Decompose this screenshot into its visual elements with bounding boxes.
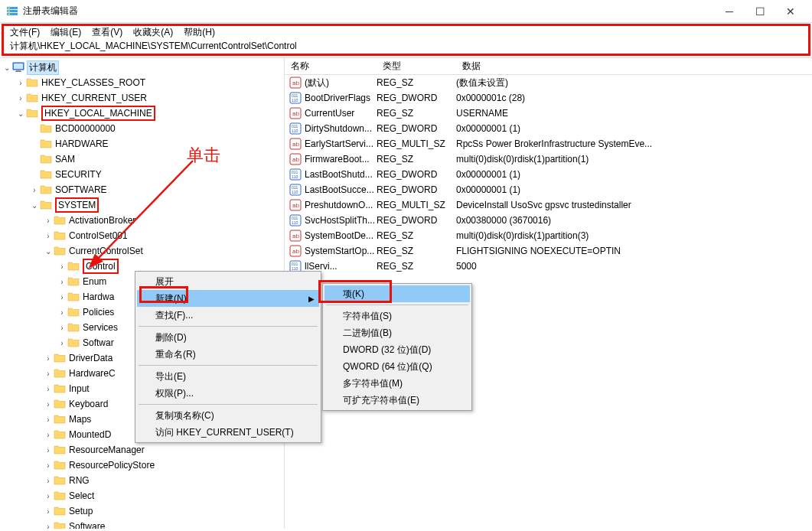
svg-text:ab: ab (292, 80, 299, 86)
chevron-right-icon[interactable]: › (43, 385, 54, 393)
folder-icon (54, 444, 66, 456)
address-bar[interactable]: 计算机\HKEY_LOCAL_MACHINE\SYSTEM\CurrentCon… (2, 39, 810, 56)
chevron-right-icon[interactable]: › (43, 461, 54, 470)
list-row[interactable]: abFirmwareBoot...REG_SZmulti(0)disk(0)rd… (285, 151, 812, 167)
chevron-right-icon[interactable]: › (43, 354, 54, 363)
menu-help[interactable]: 帮助(H) (184, 26, 215, 39)
tree-item[interactable]: ›ActivationBroker (0, 213, 284, 228)
header-name[interactable]: 名称 (285, 60, 377, 73)
chevron-right-icon[interactable]: › (43, 370, 54, 378)
tree-item[interactable]: ›HARDWARE (0, 136, 284, 151)
menu-item[interactable]: 访问 HKEY_CURRENT_USER(T) (137, 424, 319, 441)
header-data[interactable]: 数据 (456, 60, 812, 73)
tree-item[interactable]: ⌄SYSTEM (0, 197, 284, 213)
chevron-down-icon[interactable]: ⌄ (15, 109, 26, 118)
menu-item[interactable]: 权限(P)... (137, 385, 319, 402)
menu-item[interactable]: 查找(F)... (137, 307, 319, 324)
tree-item[interactable]: ›ResourceManager (0, 442, 284, 458)
tree-item[interactable]: ›HKEY_CLASSES_ROOT (0, 75, 284, 90)
chevron-right-icon[interactable]: › (43, 431, 54, 439)
chevron-right-icon[interactable]: › (57, 262, 67, 271)
list-row[interactable]: 011110DirtyShutdown...REG_DWORD0x0000000… (285, 121, 812, 136)
list-row[interactable]: 011110llServi...REG_SZ5000 (285, 259, 812, 274)
folder-icon (54, 214, 66, 226)
menu-item-label: 访问 HKEY_CURRENT_USER(T) (155, 426, 294, 439)
close-button[interactable]: ✕ (775, 0, 806, 23)
menu-item[interactable]: 重命名(R) (137, 346, 319, 363)
menu-item[interactable]: QWORD (64 位)值(Q) (324, 358, 470, 375)
menu-edit[interactable]: 编辑(E) (51, 26, 81, 39)
chevron-right-icon[interactable]: › (15, 94, 26, 103)
tree-item-label: HardwareC (69, 368, 116, 379)
tree-item[interactable]: ›Software (0, 519, 284, 529)
tree-item[interactable]: ⌄计算机 (0, 60, 284, 75)
menu-file[interactable]: 文件(F) (10, 26, 40, 39)
menu-item[interactable]: 展开 (137, 273, 319, 290)
value-data: multi(0)disk(0)rdisk(1)partition(1) (456, 154, 812, 165)
tree-item[interactable]: ›Setup (0, 503, 284, 519)
list-row[interactable]: abCurrentUserREG_SZUSERNAME (285, 106, 812, 121)
chevron-right-icon[interactable]: › (43, 477, 54, 485)
tree-item[interactable]: ›SECURITY (0, 167, 284, 182)
chevron-down-icon[interactable]: ⌄ (2, 64, 12, 72)
list-row[interactable]: abSystemStartOp...REG_SZ FLIGHTSIGNING N… (285, 243, 812, 259)
tree-item[interactable]: ›ControlSet001 (0, 228, 284, 243)
chevron-right-icon[interactable]: › (43, 400, 54, 409)
menu-item[interactable]: 多字符串值(M) (324, 375, 470, 392)
menu-item[interactable]: 导出(E) (137, 368, 319, 385)
menu-item[interactable]: DWORD (32 位)值(D) (324, 341, 470, 358)
menu-item[interactable]: 复制项名称(C) (137, 407, 319, 424)
context-menu[interactable]: 展开新建(N)▶查找(F)...删除(D)重命名(R)导出(E)权限(P)...… (135, 271, 321, 443)
tree-item[interactable]: ›Select (0, 488, 284, 503)
menu-view[interactable]: 查看(V) (92, 26, 122, 39)
chevron-right-icon[interactable]: › (29, 186, 40, 194)
menu-item[interactable]: 项(K) (324, 285, 470, 302)
tree-item[interactable]: ›RNG (0, 473, 284, 488)
tree-item[interactable]: ›SOFTWARE (0, 182, 284, 197)
maximize-button[interactable]: ☐ (745, 0, 775, 23)
list-row[interactable]: ab(默认)REG_SZ(数值未设置) (285, 75, 812, 90)
chevron-right-icon[interactable]: › (57, 278, 67, 286)
menu-favorites[interactable]: 收藏夹(A) (133, 26, 173, 39)
list-row[interactable]: abEarlyStartServi...REG_MULTI_SZRpcSs Po… (285, 136, 812, 151)
tree-item[interactable]: ›BCD00000000 (0, 121, 284, 136)
menu-item[interactable]: 二进制值(B) (324, 324, 470, 341)
list-body[interactable]: ab(默认)REG_SZ(数值未设置)011110BootDriverFlags… (285, 75, 812, 274)
chevron-right-icon[interactable]: › (43, 446, 54, 454)
header-type[interactable]: 类型 (377, 60, 456, 73)
chevron-right-icon[interactable]: › (57, 293, 67, 301)
list-row[interactable]: abSystemBootDe...REG_SZmulti(0)disk(0)rd… (285, 228, 812, 243)
tree-item[interactable]: ›HKEY_CURRENT_USER (0, 90, 284, 106)
chevron-right-icon[interactable]: › (57, 324, 67, 332)
list-row[interactable]: 011110LastBootShutd...REG_DWORD0x0000000… (285, 167, 812, 182)
menu-item-label: 重命名(R) (155, 348, 196, 361)
chevron-right-icon[interactable]: › (57, 339, 67, 347)
minimize-button[interactable]: ─ (714, 0, 745, 23)
context-submenu[interactable]: 项(K)字符串值(S)二进制值(B)DWORD (32 位)值(D)QWORD … (322, 283, 472, 411)
tree-item[interactable]: ⌄HKEY_LOCAL_MACHINE (0, 106, 284, 121)
chevron-right-icon[interactable]: › (43, 523, 54, 529)
chevron-right-icon[interactable]: › (43, 507, 54, 516)
list-row[interactable]: 011110SvcHostSplitTh...REG_DWORD0x003800… (285, 213, 812, 228)
chevron-right-icon[interactable]: › (43, 415, 54, 424)
menu-item[interactable]: 字符串值(S) (324, 308, 470, 324)
list-row[interactable]: abPreshutdownO...REG_MULTI_SZDeviceInsta… (285, 197, 812, 213)
menu-item[interactable]: 可扩充字符串值(E) (324, 392, 470, 409)
chevron-right-icon[interactable]: › (43, 492, 54, 500)
menu-item[interactable]: 删除(D) (137, 329, 319, 346)
chevron-down-icon[interactable]: ⌄ (43, 247, 54, 256)
value-data: 0x00000001 (1) (456, 123, 812, 134)
chevron-right-icon[interactable]: › (15, 79, 26, 87)
chevron-down-icon[interactable]: ⌄ (29, 201, 40, 210)
menu-item-label: 新建(N) (155, 292, 187, 305)
tree-item[interactable]: ⌄CurrentControlSet (0, 243, 284, 259)
chevron-right-icon[interactable]: › (43, 217, 54, 225)
menu-item[interactable]: 新建(N)▶ (137, 290, 319, 307)
chevron-right-icon[interactable]: › (57, 308, 67, 317)
list-row[interactable]: 011110BootDriverFlagsREG_DWORD0x0000001c… (285, 90, 812, 106)
tree-item-label: BCD00000000 (55, 123, 116, 134)
tree-item[interactable]: ›SAM (0, 151, 284, 167)
list-row[interactable]: 011110LastBootSucce...REG_DWORD0x0000000… (285, 182, 812, 197)
chevron-right-icon[interactable]: › (43, 232, 54, 240)
tree-item[interactable]: ›ResourcePolicyStore (0, 458, 284, 473)
